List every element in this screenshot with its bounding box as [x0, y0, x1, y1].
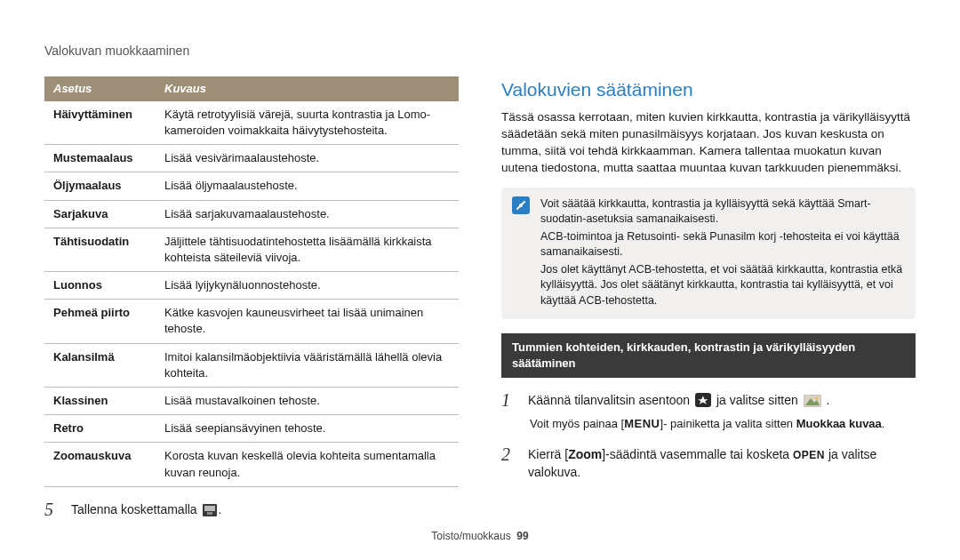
th-setting: Asetus — [44, 76, 156, 101]
step1-sub: Voit myös painaa [MENU]- painiketta ja v… — [528, 416, 916, 432]
step-body: Kierrä [Zoom]-säädintä vasemmalle tai ko… — [528, 444, 916, 481]
step1-sub-bold: Muokkaa kuvaa — [796, 417, 882, 430]
setting-description: Käytä retrotyylisiä värejä, suurta kontr… — [156, 101, 459, 145]
table-row: MustemaalausLisää vesivärimaalaustehoste… — [44, 145, 459, 172]
th-description: Kuvaus — [156, 76, 459, 101]
note-line: Jos olet käyttänyt ACB-tehostetta, et vo… — [540, 262, 903, 309]
image-edit-icon — [804, 395, 821, 412]
note-line: ACB-toimintoa ja Retusointi- sekä Punasi… — [540, 229, 903, 260]
page-number: 99 — [516, 530, 528, 542]
setting-description: Lisää vesivärimaalaustehoste. — [156, 145, 459, 172]
effects-table: Asetus Kuvaus HäivyttäminenKäytä retroty… — [44, 76, 459, 487]
setting-description: Korosta kuvan keskellä olevia kohteita s… — [156, 443, 459, 486]
step1-sub-a: Voit myös painaa [ — [530, 417, 624, 430]
setting-name: Klassinen — [44, 388, 156, 415]
setting-description: Kätke kasvojen kauneusvirheet tai lisää … — [156, 300, 459, 343]
note-box: Voit säätää kirkkautta, kontrastia ja ky… — [501, 188, 916, 320]
step-body: Käännä tilanvalitsin asentoon ja valitse… — [528, 390, 916, 432]
svg-rect-2 — [207, 512, 212, 515]
manual-page: Valokuvan muokkaaminen Asetus Kuvaus Häi… — [0, 0, 960, 539]
setting-name: Sarjakuva — [44, 200, 156, 228]
save-icon — [203, 504, 217, 522]
table-row: KalansilmäImitoi kalansilmäobjektiivia v… — [44, 343, 459, 387]
setting-name: Häivyttäminen — [44, 101, 156, 145]
step1-text-a: Käännä tilanvalitsin asentoon — [528, 393, 693, 407]
table-row: RetroLisää seepiansävyinen tehoste. — [44, 415, 459, 443]
mode-dial-icon — [695, 393, 711, 412]
setting-name: Zoomauskuva — [44, 443, 156, 486]
setting-description: Lisää mustavalkoinen tehoste. — [156, 388, 459, 415]
setting-description: Imitoi kalansilmäobjektiivia vääristämäl… — [156, 343, 459, 387]
table-row: SarjakuvaLisää sarjakuvamaalaustehoste. — [44, 200, 459, 228]
two-column-layout: Asetus Kuvaus HäivyttäminenKäytä retroty… — [44, 76, 916, 522]
info-icon — [512, 196, 530, 214]
zoom-label: Zoom — [568, 447, 602, 461]
subsection-bar: Tummien kohteiden, kirkkauden, kontrasti… — [501, 333, 916, 378]
svg-rect-1 — [204, 506, 215, 511]
note-body: Voit säätää kirkkautta, kontrastia ja ky… — [540, 196, 903, 311]
step-number: 2 — [501, 444, 517, 464]
step-2: 2 Kierrä [Zoom]-säädintä vasemmalle tai … — [501, 444, 916, 481]
section-heading: Valokuvien säätäminen — [501, 76, 916, 102]
svg-point-4 — [519, 204, 523, 207]
table-row: LuonnosLisää lyijykynäluonnostehoste. — [44, 272, 459, 300]
step-number: 1 — [501, 390, 517, 410]
step-5: 5 Tallenna koskettamalla . — [44, 500, 459, 522]
menu-label: MENU — [624, 417, 660, 430]
setting-name: Retro — [44, 415, 156, 443]
note-line: Voit säätää kirkkautta, kontrastia ja ky… — [540, 196, 903, 228]
setting-description: Lisää lyijykynäluonnostehoste. — [156, 272, 459, 300]
svg-point-9 — [815, 397, 818, 400]
setting-name: Tähtisuodatin — [44, 228, 156, 271]
setting-name: Mustemaalaus — [44, 145, 156, 172]
page-header: Valokuvan muokkaaminen — [44, 43, 916, 60]
setting-description: Jäljittele tähtisuodatintehostetta lisää… — [156, 228, 459, 271]
left-column: Asetus Kuvaus HäivyttäminenKäytä retroty… — [44, 76, 459, 522]
table-row: Pehmeä piirtoKätke kasvojen kauneusvirhe… — [44, 300, 459, 343]
step5-text: Tallenna koskettamalla — [71, 502, 201, 516]
setting-name: Luonnos — [44, 272, 156, 300]
setting-description: Lisää seepiansävyinen tehoste. — [156, 415, 459, 443]
open-label: OPEN — [793, 449, 825, 461]
page-footer: Toisto/muokkaus 99 — [0, 529, 960, 544]
section-intro: Tässä osassa kerrotaan, miten kuvien kir… — [501, 109, 916, 177]
table-row: TähtisuodatinJäljittele tähtisuodatinteh… — [44, 228, 459, 271]
step2-text-a: Kierrä [ — [528, 447, 568, 461]
step1-text-c: . — [827, 393, 830, 407]
setting-description: Lisää sarjakuvamaalaustehoste. — [156, 200, 459, 228]
step-body: Tallenna koskettamalla . — [71, 500, 459, 522]
table-row: ZoomauskuvaKorosta kuvan keskellä olevia… — [44, 443, 459, 486]
table-row: KlassinenLisää mustavalkoinen tehoste. — [44, 388, 459, 415]
step-number: 5 — [44, 500, 60, 519]
step1-text-b: ja valitse sitten — [716, 393, 802, 407]
table-row: ÖljymaalausLisää öljymaalaustehoste. — [44, 172, 459, 200]
step-1: 1 Käännä tilanvalitsin asentoon ja valit… — [501, 390, 916, 432]
setting-name: Pehmeä piirto — [44, 300, 156, 343]
right-column: Valokuvien säätäminen Tässä osassa kerro… — [501, 76, 916, 522]
table-row: HäivyttäminenKäytä retrotyylisiä värejä,… — [44, 101, 459, 145]
step2-text-b: ]-säädintä vasemmalle tai kosketa — [602, 447, 793, 461]
setting-name: Kalansilmä — [44, 343, 156, 387]
footer-section: Toisto/muokkaus — [431, 530, 510, 542]
setting-name: Öljymaalaus — [44, 172, 156, 200]
setting-description: Lisää öljymaalaustehoste. — [156, 172, 459, 200]
step1-sub-c: . — [882, 417, 885, 430]
step1-sub-b: ]- painiketta ja valita sitten — [660, 417, 796, 430]
